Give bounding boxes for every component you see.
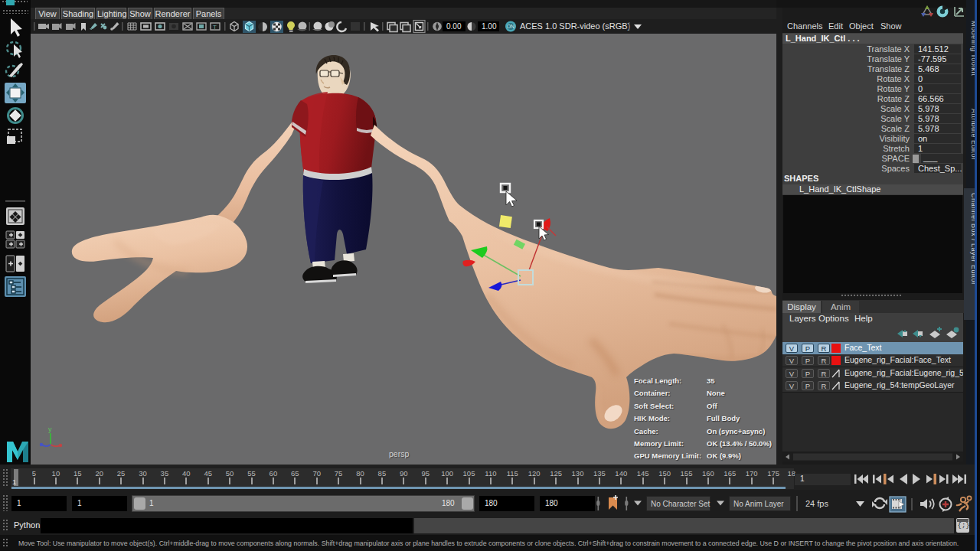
svg-text:T: T bbox=[213, 24, 217, 31]
svg-text:0.00: 0.00 bbox=[446, 22, 462, 31]
svg-text:ON: ON bbox=[507, 24, 514, 29]
svg-text:ACES 1.0 SDR-video (sRGB): ACES 1.0 SDR-video (sRGB) bbox=[520, 21, 630, 31]
svg-text:y: y bbox=[48, 425, 52, 433]
svg-text:1.00: 1.00 bbox=[482, 22, 497, 31]
